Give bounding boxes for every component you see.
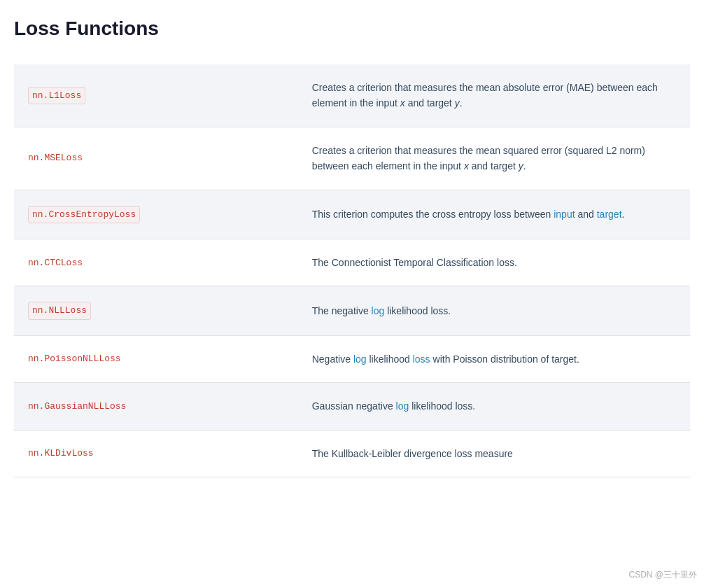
function-name-cell: nn.NLLLoss (14, 286, 298, 335)
function-description: Negative log likelihood loss with Poisso… (312, 351, 676, 367)
table-row: nn.PoissonNLLLossNegative log likelihood… (14, 336, 690, 383)
loss-functions-table: nn.L1LossCreates a criterion that measur… (14, 64, 690, 477)
function-name-cell: nn.KLDivLoss (14, 430, 298, 477)
function-desc-cell: Creates a criterion that measures the me… (298, 127, 690, 190)
function-name-cell: nn.MSELoss (14, 127, 298, 190)
table-row: nn.CTCLossThe Connectionist Temporal Cla… (14, 239, 690, 286)
function-link[interactable]: nn.MSELoss (28, 151, 83, 165)
function-description: Gaussian negative log likelihood loss. (312, 398, 676, 414)
function-description: Creates a criterion that measures the me… (312, 80, 676, 111)
function-desc-cell: This criterion computes the cross entrop… (298, 190, 690, 239)
desc-link[interactable]: input (554, 209, 575, 220)
function-desc-cell: Negative log likelihood loss with Poisso… (298, 336, 690, 382)
math-variable: x (464, 160, 469, 172)
desc-link[interactable]: target (597, 209, 622, 220)
function-link[interactable]: nn.KLDivLoss (28, 447, 94, 461)
table-row: nn.KLDivLossThe Kullback-Leibler diverge… (14, 430, 690, 477)
function-name-cell: nn.GaussianNLLLoss (14, 383, 298, 429)
function-name-cell: nn.CTCLoss (14, 239, 298, 286)
desc-link[interactable]: log (353, 354, 367, 365)
function-description: The Kullback-Leibler divergence loss mea… (312, 446, 676, 461)
function-desc-cell: The Connectionist Temporal Classificatio… (298, 239, 690, 286)
math-variable: y (455, 97, 460, 108)
math-variable: x (400, 97, 405, 108)
function-description: The negative log likelihood loss. (312, 303, 676, 318)
function-link[interactable]: nn.CTCLoss (28, 256, 83, 270)
function-desc-cell: The negative log likelihood loss. (298, 286, 690, 335)
table-row: nn.NLLLossThe negative log likelihood lo… (14, 286, 690, 336)
table-row: nn.MSELossCreates a criterion that measu… (14, 127, 690, 190)
function-link[interactable]: nn.L1Loss (28, 87, 85, 105)
math-variable: y (519, 160, 523, 172)
function-link[interactable]: nn.CrossEntropyLoss (28, 206, 140, 224)
function-description: The Connectionist Temporal Classificatio… (312, 255, 676, 270)
table-row: nn.CrossEntropyLossThis criterion comput… (14, 190, 690, 240)
function-desc-cell: Gaussian negative log likelihood loss. (298, 383, 690, 429)
function-description: This criterion computes the cross entrop… (312, 206, 676, 222)
function-link[interactable]: nn.PoissonNLLLoss (28, 352, 121, 366)
desc-link[interactable]: log (396, 400, 409, 412)
function-name-cell: nn.PoissonNLLLoss (14, 336, 298, 382)
function-link[interactable]: nn.GaussianNLLLoss (28, 400, 126, 414)
page-title: Loss Functions (14, 14, 690, 50)
function-name-cell: nn.CrossEntropyLoss (14, 190, 298, 239)
desc-link[interactable]: log (372, 305, 385, 316)
desc-link[interactable]: loss (413, 354, 430, 365)
table-row: nn.GaussianNLLLossGaussian negative log … (14, 383, 690, 430)
function-description: Creates a criterion that measures the me… (312, 143, 676, 174)
function-desc-cell: Creates a criterion that measures the me… (298, 64, 690, 127)
function-name-cell: nn.L1Loss (14, 64, 298, 127)
function-link[interactable]: nn.NLLLoss (28, 302, 91, 320)
function-desc-cell: The Kullback-Leibler divergence loss mea… (298, 430, 690, 477)
page-container: Loss Functions nn.L1LossCreates a criter… (0, 0, 704, 477)
table-row: nn.L1LossCreates a criterion that measur… (14, 64, 690, 127)
